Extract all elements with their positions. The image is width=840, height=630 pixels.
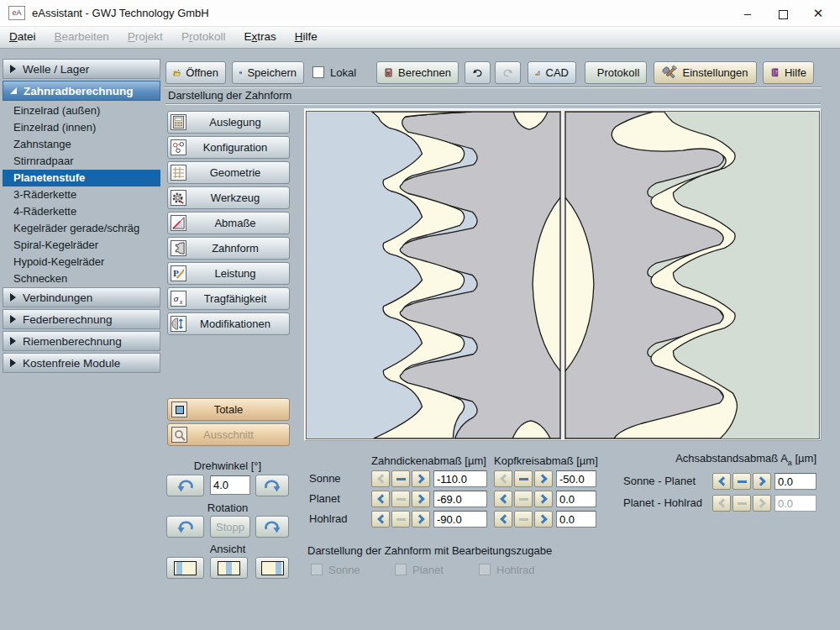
sidebar-item-spiral-kegelraeder[interactable]: Spiral-Kegelräder bbox=[3, 237, 160, 254]
sun-planet-distance-input[interactable] bbox=[774, 473, 816, 490]
sidebar-item-schnecken[interactable]: Schnecken bbox=[3, 270, 160, 287]
ring-tooth-increase-button[interactable] bbox=[412, 511, 430, 528]
ring-tooth-reset-button[interactable] bbox=[391, 511, 410, 528]
konfiguration-button[interactable]: Konfiguration bbox=[167, 136, 290, 159]
cad-button[interactable]: CAD bbox=[528, 61, 576, 84]
sun-planet-mesh-panel[interactable] bbox=[306, 111, 561, 439]
ring-tooth-allowance-input[interactable] bbox=[433, 511, 487, 528]
ring-tip-increase-button[interactable] bbox=[534, 511, 553, 528]
machining-ring-checkbox[interactable] bbox=[479, 564, 491, 575]
machining-sun-checkbox[interactable] bbox=[311, 564, 323, 575]
tooth-form-canvas[interactable] bbox=[304, 108, 822, 441]
sidebar-item-planetenstufe[interactable]: Planetenstufe bbox=[3, 170, 160, 186]
sidebar-item-zahnstange[interactable]: Zahnstange bbox=[3, 136, 160, 153]
local-checkbox[interactable] bbox=[312, 66, 324, 78]
ring-tip-reset-button[interactable] bbox=[514, 511, 533, 528]
planet-tip-increase-button[interactable] bbox=[534, 491, 553, 507]
sidebar-section-federberechnung[interactable]: Federberechnung bbox=[3, 309, 160, 329]
planet-ring-distance-input[interactable] bbox=[774, 495, 816, 512]
sun-tooth-reset-button[interactable] bbox=[391, 470, 410, 487]
local-checkbox-label: Lokal bbox=[330, 66, 356, 79]
geometrie-button[interactable]: Geometrie bbox=[167, 161, 290, 184]
menu-item-extras[interactable]: Extras bbox=[234, 27, 285, 49]
sidebar-item-3-raederkette[interactable]: 3-Räderkette bbox=[3, 186, 160, 203]
sidebar-item-einzelrad-innen[interactable]: Einzelrad (innen) bbox=[3, 119, 160, 136]
tragfaehigkeit-button[interactable]: σx Tragfähigkeit bbox=[167, 287, 290, 310]
minimize-button[interactable]: – bbox=[731, 0, 764, 27]
sidebar-item-kegelraeder[interactable]: Kegelräder gerade/schräg bbox=[3, 220, 160, 237]
sun-planet-decrease-button[interactable] bbox=[712, 473, 731, 490]
sun-planet-reset-button[interactable] bbox=[732, 473, 751, 490]
planet-ring-increase-button[interactable] bbox=[753, 495, 771, 512]
auslegung-button[interactable]: Auslegung bbox=[167, 111, 290, 134]
sidebar-section-verbindungen[interactable]: Verbindungen bbox=[3, 287, 160, 307]
angle-input[interactable] bbox=[210, 475, 250, 495]
view-both-mesh-button[interactable] bbox=[210, 557, 248, 579]
rotate-ccw-step-button[interactable] bbox=[166, 475, 204, 496]
sun-tooth-allowance-input[interactable] bbox=[433, 470, 487, 487]
rotate-cw-step-button[interactable] bbox=[255, 475, 289, 496]
planet-tip-allowance-input[interactable] bbox=[556, 491, 596, 507]
redo-button[interactable] bbox=[495, 61, 521, 84]
view-right-mesh-button[interactable] bbox=[255, 557, 289, 579]
menu-item-protokoll[interactable]: Protokoll bbox=[172, 27, 235, 49]
ausschnitt-button[interactable]: Ausschnitt bbox=[167, 423, 290, 446]
planet-ring-reset-button[interactable] bbox=[732, 495, 751, 512]
sidebar-item-hypoid-kegelraeder[interactable]: Hypoid-Kegelräder bbox=[3, 254, 160, 270]
geometry-grid-icon bbox=[171, 165, 186, 181]
center-header-unit: [µm] bbox=[792, 452, 816, 465]
open-button[interactable]: Öffnen bbox=[165, 61, 226, 84]
calculate-button[interactable]: Berechnen bbox=[376, 61, 459, 84]
undo-button[interactable] bbox=[465, 61, 491, 84]
planet-tooth-decrease-button[interactable] bbox=[371, 491, 390, 507]
sidebar-item-stirnradpaar[interactable]: Stirnradpaar bbox=[3, 153, 160, 170]
help-button[interactable]: ? Hilfe bbox=[763, 61, 814, 84]
sidebar-item-einzelrad-aussen[interactable]: Einzelrad (außen) bbox=[3, 102, 160, 119]
sun-tip-decrease-button[interactable] bbox=[494, 470, 512, 487]
machining-planet-checkbox[interactable] bbox=[395, 564, 407, 575]
zahnform-button[interactable]: Zahnform bbox=[167, 237, 290, 260]
stop-rotation-button[interactable]: Stopp bbox=[210, 516, 250, 538]
modifikationen-button[interactable]: Modifikationen bbox=[167, 312, 290, 335]
maximize-icon bbox=[779, 10, 788, 19]
ring-tip-decrease-button[interactable] bbox=[494, 511, 512, 528]
leistung-button[interactable]: P Leistung bbox=[167, 262, 290, 285]
sun-tooth-increase-button[interactable] bbox=[412, 470, 430, 487]
view-title-separator bbox=[165, 103, 821, 105]
ring-tooth-decrease-button[interactable] bbox=[371, 511, 390, 528]
menu-item-projekt[interactable]: Projekt bbox=[118, 27, 172, 49]
planet-tip-reset-button[interactable] bbox=[514, 491, 533, 507]
save-button[interactable]: Speichern bbox=[232, 61, 304, 84]
planet-ring-decrease-button[interactable] bbox=[712, 495, 731, 512]
sun-tooth-decrease-button[interactable] bbox=[371, 470, 390, 487]
menu-item-bearbeiten[interactable]: Bearbeiten bbox=[45, 27, 118, 49]
rotate-ccw-continuous-button[interactable] bbox=[166, 516, 204, 538]
planet-tip-decrease-button[interactable] bbox=[494, 491, 512, 507]
abmasse-button[interactable]: Abmaße bbox=[167, 212, 290, 234]
menu-item-hilfe[interactable]: Hilfe bbox=[286, 27, 327, 49]
totale-button[interactable]: Totale bbox=[167, 398, 290, 421]
maximize-button[interactable] bbox=[766, 0, 800, 27]
calculator-icon bbox=[384, 66, 393, 80]
sun-planet-increase-button[interactable] bbox=[753, 473, 771, 490]
planet-tooth-reset-button[interactable] bbox=[391, 491, 410, 507]
view-left-mesh-button[interactable] bbox=[166, 557, 204, 579]
werkzeug-button[interactable]: Werkzeug bbox=[167, 186, 290, 209]
ring-tip-allowance-input[interactable] bbox=[556, 511, 596, 528]
sidebar-item-4-raederkette[interactable]: 4-Räderkette bbox=[3, 203, 160, 220]
sun-tip-reset-button[interactable] bbox=[514, 470, 533, 487]
protocol-button[interactable]: Protokoll bbox=[585, 61, 647, 84]
close-button[interactable]: ✕ bbox=[801, 0, 835, 27]
sidebar-section-riemenberechnung[interactable]: Riemenberechnung bbox=[3, 331, 160, 351]
planet-tooth-allowance-input[interactable] bbox=[433, 491, 487, 507]
sun-tip-increase-button[interactable] bbox=[534, 470, 553, 487]
rotate-cw-continuous-button[interactable] bbox=[255, 516, 289, 538]
planet-ring-mesh-panel[interactable] bbox=[564, 111, 820, 439]
sun-tip-allowance-input[interactable] bbox=[556, 470, 596, 487]
sidebar-section-zahnradberechnung[interactable]: Zahnradberechnung bbox=[3, 81, 160, 101]
menu-item-datei[interactable]: Datei bbox=[0, 27, 45, 49]
sidebar-section-kostenfreie-module[interactable]: Kostenfreie Module bbox=[3, 353, 160, 373]
planet-tooth-increase-button[interactable] bbox=[412, 491, 430, 507]
sidebar-section-welle-lager[interactable]: Welle / Lager bbox=[3, 59, 160, 79]
settings-button[interactable]: Einstellungen bbox=[654, 61, 757, 84]
